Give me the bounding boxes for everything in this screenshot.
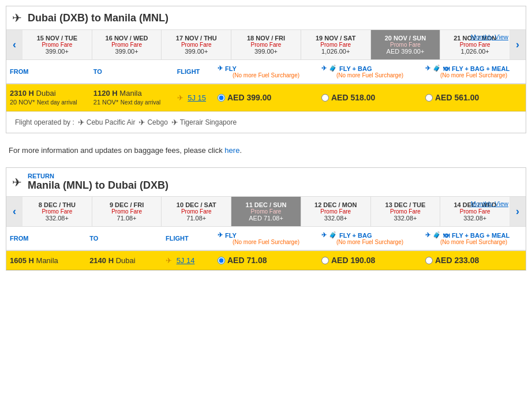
- outbound-fly-bag-price: AED 518.00: [331, 93, 375, 102]
- outbound-fly-bag-meal-option: AED 561.00: [422, 84, 526, 111]
- outbound-prev-arrow[interactable]: ‹: [6, 30, 23, 59]
- return-flight-table: FROM TO FLIGHT ✈ FLY (No more Fuel Surch…: [6, 227, 526, 270]
- cebgo-label: Cebgo: [147, 118, 167, 126]
- outbound-fly-bag-radio[interactable]: [321, 94, 329, 102]
- outbound-next-arrow[interactable]: ›: [509, 30, 526, 59]
- outbound-flight-num-cell: ✈ 5J 15: [174, 84, 214, 111]
- return-fly-bag-meal-bag-icon: 🧳: [433, 231, 441, 239]
- return-fly-bag-radio[interactable]: [321, 257, 329, 264]
- return-fly-price: AED 71.08: [227, 256, 267, 265]
- fly-bag-meal-plane-icon: ✈: [425, 65, 430, 72]
- outbound-date-cell-1[interactable]: 16 NOV / WEDPromo Fare399.00+: [92, 30, 162, 59]
- outbound-section: ✈ Dubai (DXB) to Manila (MNL) ‹ 15 NOV /…: [6, 6, 526, 133]
- return-section: ✈ RETURN Manila (MNL) to Dubai (DXB) ‹ 8…: [6, 167, 526, 271]
- return-date-cell-1[interactable]: 9 DEC / FRIPromo Fare71.08+: [92, 197, 162, 226]
- outbound-operators: Flight operated by : ✈ Cebu Pacific Air …: [6, 111, 526, 133]
- return-fly-bag-plane-icon: ✈: [321, 231, 327, 239]
- return-fly-bag-meal-surcharge-note: (No more Fuel Surcharge): [425, 239, 522, 245]
- fly-surcharge-note: (No more Fuel Surcharge): [218, 72, 314, 78]
- tigerair-label: Tigerair Singapore: [180, 118, 237, 126]
- col-fly-bag-meal-header: ✈ 🧳 🍽 FLY + BAG + MEAL (No more Fuel Sur…: [422, 60, 526, 84]
- col-fly-header: ✈ FLY (No more Fuel Surcharge): [214, 60, 318, 84]
- outbound-fly-bag-option: AED 518.00: [318, 84, 422, 111]
- return-col-to-header: TO: [86, 227, 162, 250]
- fly-bag-meal-bag-icon: 🧳: [433, 65, 441, 72]
- col-flight-header: FLIGHT: [174, 60, 214, 84]
- outbound-flight-num-link[interactable]: 5J 15: [188, 93, 206, 102]
- fly-bag-meal-surcharge-note: (No more Fuel Surcharge): [425, 72, 522, 78]
- return-fly-option: AED 71.08: [214, 250, 318, 270]
- return-date-nav: ‹ 8 DEC / THUPromo Fare332.08+9 DEC / FR…: [6, 197, 526, 227]
- return-fly-bag-option: AED 190.08: [318, 250, 422, 270]
- operator-tigerair: ✈ Tigerair Singapore: [171, 118, 237, 127]
- cebgo-icon: ✈: [138, 118, 145, 127]
- return-col-fly-header: ✈ FLY (No more Fuel Surcharge): [214, 227, 318, 250]
- return-date-cell-0[interactable]: 8 DEC / THUPromo Fare332.08+: [23, 197, 92, 226]
- outbound-arr-time: 1120 H: [93, 89, 118, 98]
- return-dep-time: 1605 H: [10, 256, 34, 265]
- return-col-fly-bag-meal-header: ✈ 🧳 🍽 FLY + BAG + MEAL (No more Fuel Sur…: [422, 227, 526, 250]
- return-date-cell-5[interactable]: 13 DEC / TUEPromo Fare332.08+: [371, 197, 441, 226]
- operators-label: Flight operated by :: [15, 118, 74, 126]
- return-arrival: 2140 H Dubai: [86, 250, 162, 270]
- outbound-date-cell-2[interactable]: 17 NOV / THUPromo Fare399.00+: [162, 30, 231, 59]
- return-fly-bag-meal-plane-icon: ✈: [425, 231, 430, 239]
- outbound-route-title: Dubai (DXB) to Manila (MNL): [28, 12, 168, 24]
- return-dep-city: Manila: [36, 256, 58, 265]
- return-arr-time: 2140 H: [89, 256, 114, 265]
- return-arr-city: Dubai: [116, 256, 136, 265]
- baggage-info: For more information and updates on bagg…: [0, 139, 532, 162]
- return-flight-row: 1605 H Manila 2140 H Dubai ✈ 5J 14 AED 7…: [6, 250, 526, 270]
- tigerair-icon: ✈: [171, 118, 178, 127]
- return-col-from-header: FROM: [6, 227, 86, 250]
- return-flight-num-link[interactable]: 5J 14: [177, 256, 195, 265]
- outbound-fly-bag-meal-radio[interactable]: [425, 94, 433, 102]
- operator-cebgo: ✈ Cebgo: [138, 118, 167, 127]
- return-departure: 1605 H Manila: [6, 250, 86, 270]
- return-fly-bag-icon: 🧳: [329, 231, 337, 239]
- return-label: RETURN: [28, 173, 168, 179]
- return-fly-plane-icon: ✈: [218, 231, 223, 239]
- fly-bag-plane-icon: ✈: [321, 65, 327, 72]
- outbound-date-cells: 15 NOV / TUEPromo Fare399.00+16 NOV / WE…: [23, 30, 509, 59]
- outbound-dep-note: Next day arrival: [37, 99, 77, 106]
- return-next-arrow[interactable]: ›: [509, 197, 526, 226]
- return-date-cell-4[interactable]: 12 DEC / MONPromo Fare332.08+: [301, 197, 371, 226]
- outbound-monthly-view[interactable]: Monthly View: [471, 33, 508, 40]
- return-date-cell-2[interactable]: 10 DEC / SATPromo Fare71.08+: [162, 197, 231, 226]
- outbound-fly-price: AED 399.00: [227, 93, 271, 102]
- outbound-route-header: ✈ Dubai (DXB) to Manila (MNL): [6, 6, 526, 30]
- outbound-date-cell-0[interactable]: 15 NOV / TUEPromo Fare399.00+: [23, 30, 92, 59]
- outbound-flight-row: 2310 H Dubai 20 NOV* Next day arrival 11…: [6, 84, 526, 111]
- return-col-flight-header: FLIGHT: [162, 227, 214, 250]
- return-date-cell-3[interactable]: 11 DEC / SUNPromo FareAED 71.08+: [231, 197, 301, 226]
- outbound-dep-city: Dubai: [36, 89, 56, 98]
- outbound-date-cell-4[interactable]: 19 NOV / SATPromo Fare1,026.00+: [301, 30, 371, 59]
- return-fly-bag-meal-meal-icon: 🍽: [443, 232, 449, 239]
- return-fly-radio[interactable]: [218, 257, 225, 264]
- baggage-info-link[interactable]: here: [224, 146, 239, 155]
- outbound-arr-note: Next day arrival: [121, 99, 160, 106]
- outbound-arrival: 1120 H Manila 21 NOV* Next day arrival: [90, 84, 174, 111]
- outbound-fly-radio[interactable]: [218, 94, 225, 102]
- return-date-cells: 8 DEC / THUPromo Fare332.08+9 DEC / FRIP…: [23, 197, 509, 226]
- outbound-dep-date: 20 NOV*: [10, 99, 35, 106]
- fly-plane-icon: ✈: [218, 65, 223, 72]
- outbound-date-cell-3[interactable]: 18 NOV / FRIPromo Fare399.00+: [231, 30, 301, 59]
- outbound-date-nav: ‹ 15 NOV / TUEPromo Fare399.00+16 NOV / …: [6, 30, 526, 60]
- col-from-header: FROM: [6, 60, 90, 84]
- outbound-date-cell-5[interactable]: 20 NOV / SUNPromo FareAED 399.00+: [371, 30, 441, 59]
- return-monthly-view[interactable]: Monthly View: [471, 200, 508, 207]
- return-col-fly-bag-header: ✈ 🧳 FLY + BAG (No more Fuel Surcharge): [318, 227, 422, 250]
- outbound-arr-city: Manila: [119, 89, 141, 98]
- cebu-label: Cebu Pacific Air: [87, 118, 136, 126]
- return-fly-bag-price: AED 190.08: [331, 256, 375, 265]
- return-fly-surcharge-note: (No more Fuel Surcharge): [218, 239, 314, 245]
- return-fly-bag-meal-price: AED 233.08: [435, 256, 479, 265]
- outbound-flight-table: FROM TO FLIGHT ✈ FLY (No more Fuel Surch…: [6, 60, 526, 111]
- return-route-header: ✈ RETURN Manila (MNL) to Dubai (DXB): [6, 168, 526, 197]
- return-fly-bag-meal-radio[interactable]: [425, 257, 433, 264]
- fly-bag-icon: 🧳: [329, 65, 337, 72]
- return-prev-arrow[interactable]: ‹: [6, 197, 23, 226]
- col-fly-bag-header: ✈ 🧳 FLY + BAG (No more Fuel Surcharge): [318, 60, 422, 84]
